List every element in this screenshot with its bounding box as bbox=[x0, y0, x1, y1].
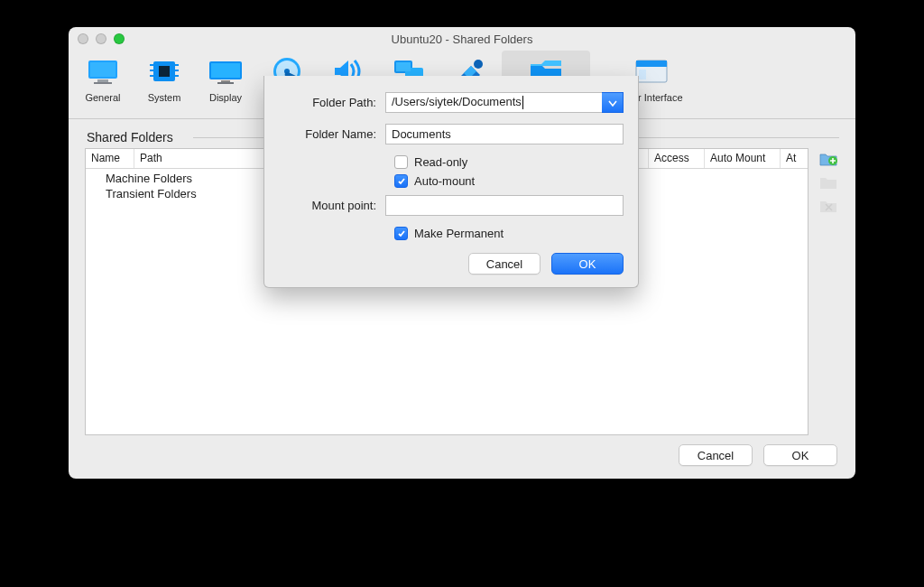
remove-folder-button bbox=[819, 197, 837, 213]
make-permanent-label: Make Permanent bbox=[414, 227, 504, 240]
traffic-lights bbox=[78, 33, 125, 44]
svg-rect-1 bbox=[90, 62, 116, 77]
svg-rect-22 bbox=[396, 62, 411, 71]
window-minimize-button[interactable] bbox=[96, 33, 106, 44]
folder-path-dropdown-button[interactable] bbox=[602, 92, 624, 113]
titlebar: Ubuntu20 - Shared Folders bbox=[69, 27, 855, 51]
tab-display[interactable]: Display bbox=[195, 51, 256, 118]
read-only-row[interactable]: Read-only bbox=[394, 155, 624, 169]
mount-point-label: Mount point: bbox=[279, 199, 385, 212]
folder-path-label: Folder Path: bbox=[279, 96, 385, 109]
svg-rect-26 bbox=[639, 70, 646, 79]
text-cursor bbox=[522, 96, 523, 109]
edit-folder-button bbox=[819, 173, 837, 190]
make-permanent-row[interactable]: Make Permanent bbox=[394, 227, 624, 240]
tab-general[interactable]: General bbox=[72, 51, 134, 118]
chevron-down-icon bbox=[608, 95, 617, 111]
auto-mount-row[interactable]: Auto-mount bbox=[394, 174, 624, 188]
auto-mount-label: Auto-mount bbox=[414, 174, 475, 188]
ok-button[interactable]: OK bbox=[763, 444, 837, 466]
folder-name-input[interactable] bbox=[385, 124, 624, 144]
window-zoom-button[interactable] bbox=[114, 33, 125, 44]
col-at[interactable]: At bbox=[781, 149, 808, 168]
svg-rect-25 bbox=[636, 61, 667, 67]
folder-path-combo[interactable]: /Users/siytek/Documents bbox=[385, 92, 624, 113]
svg-point-23 bbox=[474, 60, 483, 69]
svg-rect-5 bbox=[159, 66, 170, 77]
folder-name-label: Folder Name: bbox=[279, 127, 385, 141]
add-share-dialog: Folder Path: /Users/siytek/Documents Fol… bbox=[263, 76, 639, 288]
display-icon bbox=[208, 58, 243, 89]
svg-rect-13 bbox=[211, 63, 240, 78]
window-close-button[interactable] bbox=[78, 33, 88, 44]
folder-path-input[interactable]: /Users/siytek/Documents bbox=[385, 92, 602, 113]
svg-rect-14 bbox=[221, 80, 230, 82]
settings-window: Ubuntu20 - Shared Folders General System… bbox=[69, 27, 855, 479]
svg-rect-2 bbox=[97, 79, 108, 82]
dialog-ok-button[interactable]: OK bbox=[551, 253, 624, 275]
side-buttons bbox=[818, 148, 839, 435]
svg-rect-15 bbox=[217, 82, 234, 84]
monitor-icon bbox=[87, 58, 119, 89]
col-name[interactable]: Name bbox=[86, 149, 134, 168]
window-title: Ubuntu20 - Shared Folders bbox=[69, 33, 855, 46]
dialog-cancel-button[interactable]: Cancel bbox=[468, 253, 541, 275]
chip-icon bbox=[148, 57, 180, 89]
svg-rect-3 bbox=[94, 82, 112, 84]
add-folder-button[interactable] bbox=[819, 150, 837, 166]
make-permanent-checkbox[interactable] bbox=[394, 227, 408, 240]
window-ui-icon bbox=[634, 58, 669, 89]
cancel-button[interactable]: Cancel bbox=[679, 444, 753, 466]
read-only-checkbox[interactable] bbox=[394, 155, 408, 169]
col-auto-mount[interactable]: Auto Mount bbox=[705, 149, 781, 168]
col-access[interactable]: Access bbox=[649, 149, 705, 168]
tab-system[interactable]: System bbox=[134, 51, 195, 118]
auto-mount-checkbox[interactable] bbox=[394, 174, 408, 188]
mount-point-input[interactable] bbox=[385, 195, 624, 216]
read-only-label: Read-only bbox=[414, 155, 467, 169]
